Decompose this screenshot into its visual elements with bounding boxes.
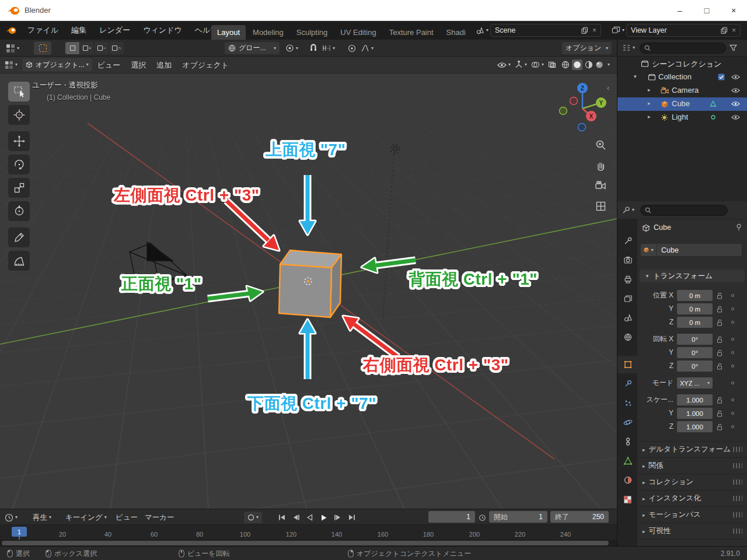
collection-checkbox[interactable] bbox=[718, 74, 725, 80]
select-mode-extend-button[interactable]: + bbox=[80, 42, 95, 54]
outliner-display-mode-dropdown[interactable]: ▾ bbox=[622, 44, 635, 52]
lock-icon[interactable] bbox=[717, 349, 722, 356]
next-keyframe-button[interactable] bbox=[331, 512, 344, 523]
tab-shading[interactable]: Shadi bbox=[441, 25, 472, 40]
drag-grip-icon[interactable] bbox=[733, 496, 742, 501]
transform-tool[interactable] bbox=[8, 201, 30, 221]
orthographic-toggle-button[interactable] bbox=[594, 200, 607, 212]
scale-y-field[interactable]: 1.000 bbox=[677, 408, 713, 419]
auto-keying-toggle[interactable]: ▾ bbox=[244, 512, 262, 523]
properties-tab-object-data[interactable] bbox=[617, 452, 638, 470]
scale-x-field[interactable]: 1.000 bbox=[677, 394, 713, 405]
lock-icon[interactable] bbox=[717, 319, 722, 326]
properties-tab-tool[interactable] bbox=[617, 232, 638, 250]
snap-toggle-button[interactable] bbox=[309, 42, 317, 54]
new-scene-icon[interactable] bbox=[581, 27, 588, 34]
outliner-row-light[interactable]: ▸ Light bbox=[617, 111, 747, 124]
expand-icon[interactable]: ▸ bbox=[648, 100, 651, 106]
tool-editor-type-dropdown[interactable]: ▾ bbox=[6, 42, 19, 54]
blender-menu-logo-icon[interactable] bbox=[6, 26, 16, 34]
properties-editor-type-dropdown[interactable]: ▾ bbox=[622, 206, 634, 214]
properties-tab-render[interactable] bbox=[617, 251, 638, 269]
menu-object[interactable]: オブジェクト bbox=[177, 57, 234, 74]
sidebar-collapse-icon[interactable]: ‹ bbox=[607, 83, 609, 92]
menu-keying[interactable]: キーイング▾ bbox=[65, 512, 107, 523]
lock-icon[interactable] bbox=[717, 292, 722, 299]
eye-icon[interactable] bbox=[731, 74, 740, 80]
pivot-point-dropdown[interactable]: ▾ bbox=[285, 42, 298, 54]
filter-icon[interactable] bbox=[729, 44, 737, 51]
light-object[interactable] bbox=[383, 145, 400, 320]
outliner-row-collection[interactable]: ▾ Collection bbox=[617, 71, 747, 84]
animate-dot[interactable] bbox=[731, 321, 734, 324]
tab-sculpting[interactable]: Sculpting bbox=[291, 25, 333, 40]
animate-dot[interactable] bbox=[731, 412, 734, 415]
xray-toggle[interactable] bbox=[548, 61, 556, 68]
shading-solid-button[interactable] bbox=[572, 60, 582, 70]
animate-dot[interactable] bbox=[731, 351, 734, 354]
measure-tool[interactable] bbox=[8, 251, 30, 271]
pin-icon[interactable] bbox=[735, 223, 742, 231]
eye-icon[interactable] bbox=[731, 88, 740, 93]
proportional-editing-toggle[interactable] bbox=[348, 42, 356, 54]
transform-orientation-dropdown[interactable]: グロー... ▾ bbox=[225, 42, 280, 54]
snap-target-dropdown[interactable]: ▾ bbox=[322, 42, 335, 54]
navigation-gizmo[interactable]: Z Y X bbox=[556, 82, 609, 135]
menu-file[interactable]: ファイル bbox=[21, 21, 65, 40]
lock-icon[interactable] bbox=[717, 306, 722, 313]
unlink-scene-icon[interactable]: × bbox=[592, 26, 596, 34]
select-mode-subtract-button[interactable]: − bbox=[95, 42, 109, 54]
outliner-row-camera[interactable]: ▸ Camera bbox=[617, 84, 747, 97]
menu-edit[interactable]: 編集 bbox=[65, 21, 93, 40]
gizmos-dropdown[interactable]: ▾ bbox=[515, 61, 527, 69]
timeline-ruler[interactable]: 20 40 60 80 100 120 140 160 180 200 220 … bbox=[0, 524, 617, 540]
rotation-y-field[interactable]: 0° bbox=[677, 347, 713, 358]
panel-section-relations[interactable]: ▸関係 bbox=[637, 457, 747, 474]
animate-dot[interactable] bbox=[731, 382, 734, 384]
pan-button[interactable] bbox=[594, 159, 607, 172]
animate-dot[interactable] bbox=[731, 398, 734, 401]
menu-render[interactable]: レンダー bbox=[93, 21, 137, 40]
frame-start-field[interactable]: 開始1 bbox=[489, 511, 547, 523]
eye-icon[interactable] bbox=[731, 114, 740, 120]
outliner-search-field[interactable] bbox=[640, 43, 726, 54]
scrollbar-thumb[interactable] bbox=[2, 541, 609, 545]
properties-tab-constraints[interactable] bbox=[617, 433, 638, 450]
panel-section-collections[interactable]: ▸コレクション bbox=[637, 474, 747, 490]
panel-section-instancing[interactable]: ▸インスタンス化 bbox=[637, 490, 747, 506]
select-box-tool[interactable] bbox=[8, 82, 30, 102]
jump-to-end-button[interactable] bbox=[345, 512, 358, 523]
rotate-tool[interactable] bbox=[8, 155, 30, 174]
panel-section-partial[interactable] bbox=[637, 539, 747, 546]
proportional-falloff-dropdown[interactable]: ▾ bbox=[361, 42, 374, 54]
tab-texture-paint[interactable]: Texture Paint bbox=[383, 25, 439, 40]
visibility-dropdown[interactable]: ▾ bbox=[497, 62, 511, 68]
rotation-mode-dropdown[interactable]: XYZ ...▾ bbox=[677, 377, 713, 388]
menu-view[interactable]: ビュー bbox=[92, 57, 126, 74]
drag-grip-icon[interactable] bbox=[733, 528, 742, 534]
select-mode-intersect-button[interactable]: ∩ bbox=[109, 42, 124, 54]
scale-z-field[interactable]: 1.000 bbox=[677, 421, 713, 432]
properties-tab-object[interactable] bbox=[617, 356, 638, 373]
properties-tab-particles[interactable] bbox=[617, 394, 638, 412]
menu-playback[interactable]: 再生▾ bbox=[33, 512, 51, 523]
shading-material-button[interactable] bbox=[585, 61, 593, 69]
outliner-row-scene-collection[interactable]: シーンコレクション bbox=[617, 57, 747, 71]
play-reverse-button[interactable] bbox=[303, 512, 316, 523]
menu-window[interactable]: ウィンドウ bbox=[137, 21, 189, 40]
lock-icon[interactable] bbox=[717, 363, 722, 370]
play-button[interactable] bbox=[317, 512, 330, 523]
location-x-field[interactable]: 0 m bbox=[677, 290, 713, 301]
viewport-3d[interactable]: ▾ オブジェクト... ▾ ビュー 選択 追加 オブジェクト ▾ ▾ bbox=[0, 57, 617, 509]
transform-panel-header[interactable]: ▼ トランスフォーム bbox=[640, 270, 745, 282]
minimize-button[interactable]: – bbox=[666, 0, 693, 20]
outliner-row-cube[interactable]: ▸ Cube bbox=[617, 97, 747, 111]
animate-dot[interactable] bbox=[731, 365, 734, 368]
view-layer-field[interactable]: View Layer × bbox=[626, 24, 741, 37]
lock-icon[interactable] bbox=[717, 410, 722, 417]
rotation-z-field[interactable]: 0° bbox=[677, 360, 713, 372]
light-data-icon[interactable] bbox=[710, 114, 717, 121]
drag-grip-icon[interactable] bbox=[733, 447, 742, 452]
breadcrumb-object-name[interactable]: Cube bbox=[654, 223, 671, 232]
properties-search-field[interactable] bbox=[640, 205, 728, 216]
